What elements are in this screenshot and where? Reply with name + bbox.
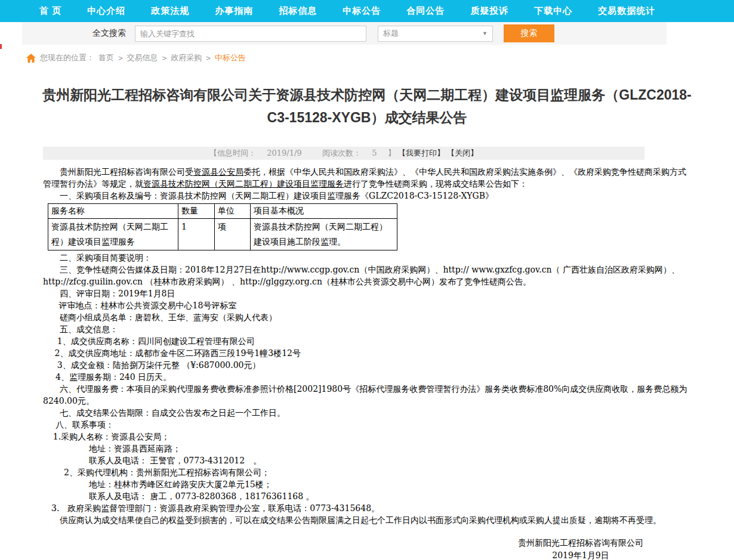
read-count-label: 阅读次数： [322,148,361,157]
panel-members: 磋商小组成员名单：唐碧秋、王华、蓝海安（采购人代表） [43,311,691,323]
left-edge-marker [0,44,2,49]
nav-item-policies[interactable]: 政策法规 [151,5,189,17]
signature-date: 2019年1月9日 [518,549,643,560]
breadcrumb: 您现在的位置： 首页 > 交易信息 > 政府采购 > 中标公告 [26,52,734,63]
breadcrumb-home[interactable]: 首页 [98,52,114,63]
breadcrumb-prefix: 您现在的位置： [40,52,94,63]
section-6-agency-fee: 六、代理服务费：本项目的采购代理服务费收费标准参照计价格[2002]1980号《… [43,383,691,407]
cell-overview: 资源县技术防控网（天网二期工程）建设项目施工阶段监理。 [251,219,397,250]
section-7-announcement-period: 七、成交结果公告期限：自成交公告发布之日起一个工作日。 [43,407,691,419]
cell-service-name: 资源县技术防控网（天网二期工程）建设项目监理服务 [48,219,178,250]
announcement-body: 贵州新阳光工程招标咨询有限公司受资源县公安局委托，根据《中华人民共和国政府采购法… [43,166,691,560]
search-bar: 全文搜索 标题 ▼ 搜索 [22,22,667,45]
meta-bar: 【信息时间： 2019/1/9 阅读次数： 5 】 【我要打印】 【关闭】 [43,147,644,160]
signature-block: 贵州新阳光工程招标咨询有限公司 2019年1月9日 [518,537,643,560]
nav-item-award-announcements[interactable]: 中标公告 [343,5,381,17]
signature-company: 贵州新阳光工程招标咨询有限公司 [518,537,643,549]
intro-text: 贵州新阳光工程招标咨询有限公司受 [60,167,193,177]
breadcrumb-separator: > [206,54,211,63]
search-input[interactable] [135,26,366,42]
nav-item-guide[interactable]: 办事指南 [215,5,253,17]
meta-bracket: 】 [388,148,396,157]
service-period: 4、监理服务期：240 日历天。 [43,371,691,383]
section-5-award-info: 五、成交信息： [43,323,691,335]
search-label: 全文搜索 [92,28,126,39]
table-row: 资源县技术防控网（天网二期工程）建设项目监理服务 1 项 资源县技术防控网（天网… [48,219,397,250]
nav-item-tender-info[interactable]: 招标信息 [279,5,317,17]
section-2-brief: 二、采购项目简要说明： [43,252,691,264]
agency-phone: 联系人及电话： 唐工，0773-8280368，18176361168 。 [43,490,691,502]
cell-unit: 项 [215,219,251,250]
section-4-review-date: 四、评审日期：2019年1月8日 [43,287,691,299]
top-navigation: 首 页 中心介绍 政策法规 办事指南 招标信息 中标公告 合同公告 质疑投诉 下… [0,0,734,22]
agency-name: 2、采购代理机构：贵州新阳光工程招标咨询有限公司； [43,466,691,478]
chevron-down-icon: ▼ [482,30,488,36]
intro-paragraph: 贵州新阳光工程招标咨询有限公司受资源县公安局委托，根据《中华人民共和国政府采购法… [43,166,691,190]
info-time-label: 【信息时间： [209,148,256,157]
buyer-link[interactable]: 资源县公安局 [193,167,243,177]
col-service-name: 服务名称 [48,204,178,219]
nav-item-contract-announcements[interactable]: 合同公告 [406,5,445,17]
breadcrumb-trade-info[interactable]: 交易信息 [127,52,158,63]
supervision-department: 3. 政府采购监督管理部门：资源县政府采购管理办公室，联系电话：0773-431… [43,502,691,514]
cell-quantity: 1 [178,219,215,250]
nav-item-trade-statistics[interactable]: 交易数据统计 [598,5,655,17]
section-1-project-name: 一、采购项目名称及编号：资源县技术防控网（天网二期工程）建设项目监理服务《GLZ… [43,190,691,202]
buyer-phone: 联系人及电话： 王警官，0773-4312012 。 [43,454,691,466]
breadcrumb-current-award[interactable]: 中标公告 [215,52,246,63]
read-count-value: 5 [372,148,377,157]
search-button[interactable]: 搜索 [504,24,554,42]
col-unit: 单位 [215,204,251,219]
search-category-value: 标题 [383,28,399,39]
page-title: 贵州新阳光工程招标咨询有限公司关于资源县技术防控网（天网二期工程）建设项目监理服… [39,83,695,129]
home-icon [26,54,36,63]
review-place: 评审地点：桂林市公共资源交易中心18号评标室 [43,299,691,311]
service-table: 服务名称 数量 单位 项目基本概况 资源县技术防控网（天网二期工程）建设项目监理… [48,203,397,250]
info-time-value: 2019/1/9 [267,148,301,157]
project-link[interactable]: 资源县技术防控网（天网二期工程）建设项目监理服务 [143,179,344,188]
col-quantity: 数量 [178,204,215,219]
award-amount: 3、成交金额：陆拾捌万柒仟元整 （¥:687000.00元） [43,359,691,371]
award-supplier-name: 1、成交供应商名称：四川同创建设工程管理有限公司 [43,335,691,347]
nav-item-home[interactable]: 首 页 [39,5,61,17]
breadcrumb-separator: > [118,54,123,63]
breadcrumb-separator: > [162,54,167,63]
section-3-media-dates: 三、竞争性磋商公告媒体及日期：2018年12月27日在http://www.cc… [43,264,691,287]
breadcrumb-gov-procurement[interactable]: 政府采购 [171,52,202,63]
nav-item-center-intro[interactable]: 中心介绍 [87,5,125,17]
close-button[interactable]: 【关闭】 [447,148,478,157]
objection-notice: 供应商认为成交结果使自己的权益受到损害的，可以在成交结果公告期限届满之日起七个工… [43,514,691,526]
award-supplier-address: 2、成交供应商地址：成都市金牛区二环路西三段19号1幢3楼12号 [43,347,691,359]
agency-address: 地址：桂林市秀峰区红岭路安庆大厦2单元15楼； [43,478,691,490]
search-category-select[interactable]: 标题 ▼ [378,26,493,42]
buyer-name: 1.采购人名称：资源县公安局； [43,431,691,443]
buyer-address: 地址：资源县西延南路； [43,443,691,454]
table-header-row: 服务名称 数量 单位 项目基本概况 [48,204,397,219]
section-8-contacts: 八、联系事项： [43,419,691,431]
intro-text: 进行了竞争性磋商采购，现将成交结果公告如下： [344,179,528,188]
nav-item-downloads[interactable]: 下载中心 [534,5,572,17]
print-button[interactable]: 【我要打印】 [398,148,445,157]
nav-item-complaints[interactable]: 质疑投诉 [470,5,508,17]
col-overview: 项目基本概况 [251,204,397,219]
